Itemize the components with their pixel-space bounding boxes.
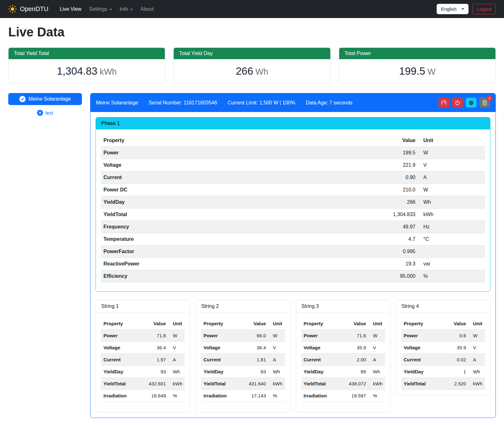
column-header-unit: Unit: [418, 134, 485, 147]
table-cell-property: Temperature: [101, 233, 380, 246]
nav-live-view[interactable]: Live View: [57, 4, 84, 15]
table-cell-value: 1: [445, 366, 469, 378]
logout-button[interactable]: Logout: [472, 4, 496, 14]
brand-label: OpenDTU: [20, 5, 48, 13]
table-cell-value: 71.6: [345, 330, 369, 342]
table-cell-unit: V: [469, 342, 485, 354]
navbar-right: English Logout: [437, 4, 496, 14]
table-cell-value: 2.00: [345, 354, 369, 366]
table-cell-value: 36.4: [145, 342, 168, 354]
string-card-body: Property Value Unit Power71.6WVoltage35.…: [296, 313, 390, 412]
table-cell-property: PowerFactor: [101, 246, 380, 258]
table-row: Voltage36.4V: [101, 342, 185, 354]
table-cell-property: ReactivePower: [101, 258, 380, 270]
table-cell-property: Current: [401, 354, 445, 366]
table-cell-value: 18.649: [145, 390, 168, 402]
summary-card-title: Total Yield Day: [174, 48, 330, 59]
table-cell-property: YieldTotal: [301, 378, 345, 390]
table-cell-property: YieldDay: [101, 366, 145, 378]
table-cell-value: 266: [380, 196, 418, 209]
table-cell-property: Power: [101, 330, 145, 342]
page-title: Live Data: [8, 25, 496, 39]
power-button[interactable]: [452, 98, 463, 108]
nav-info-label: Info: [120, 6, 128, 12]
table-cell-property: Voltage: [101, 159, 380, 171]
table-cell-property: Voltage: [401, 342, 445, 354]
table-cell-unit: [418, 246, 485, 258]
table-row: Voltage35.9V: [401, 342, 485, 354]
table-cell-value: 199.5: [380, 147, 418, 159]
table-cell-unit: %: [418, 270, 485, 283]
table-row: YieldDay266Wh: [101, 196, 485, 209]
table-cell-value: 18.597: [345, 390, 369, 402]
device-info-button[interactable]: [466, 98, 476, 108]
cpu-icon: [468, 100, 474, 106]
column-header-property: Property: [101, 318, 145, 330]
string-card-3: String 3 Property Value Unit: [296, 300, 390, 413]
summary-card-unit: Wh: [255, 67, 268, 77]
inverter-panel-body: Phase 1 Property Value Unit Power199.5WV…: [90, 112, 495, 418]
table-cell-unit: W: [369, 330, 385, 342]
string-card-title: String 2: [196, 300, 290, 313]
nav-settings[interactable]: Settings: [86, 4, 115, 15]
table-cell-property: Voltage: [101, 342, 145, 354]
table-row: Irradiation18.597%: [301, 390, 385, 402]
phase-table: Property Value Unit Power199.5WVoltage22…: [101, 134, 485, 283]
phase-card-body: Property Value Unit Power199.5WVoltage22…: [96, 129, 490, 291]
sidebar-item-test[interactable]: test: [8, 110, 82, 116]
column-header-unit: Unit: [469, 318, 485, 330]
table-cell-unit: V: [269, 342, 285, 354]
column-header-property: Property: [401, 318, 445, 330]
table-row: Current1.97A: [101, 354, 185, 366]
inverter-data-age: Data Age: 7 seconds: [306, 100, 352, 106]
brand[interactable]: OpenDTU: [8, 5, 48, 13]
main-container: Live Data Total Yield Total 1,304.83kWh …: [0, 25, 504, 427]
table-row: Current1.81A: [201, 354, 285, 366]
table-cell-property: YieldTotal: [101, 209, 380, 221]
limit-settings-button[interactable]: [439, 98, 449, 108]
table-cell-unit: A: [369, 354, 385, 366]
summary-card-body: 266Wh: [174, 59, 330, 83]
table-cell-property: YieldDay: [401, 366, 445, 378]
inverter-name: Meine Solaranlage: [96, 100, 138, 106]
inverter-panel: Meine Solaranlage Serial Number: 1161716…: [90, 93, 496, 418]
table-cell-unit: W: [168, 330, 185, 342]
string-table-body: Power71.6WVoltage35.9VCurrent2.00AYieldD…: [301, 330, 385, 402]
table-cell-value: 35.9: [345, 342, 369, 354]
nav-settings-label: Settings: [89, 6, 107, 12]
table-row: Frequency49.97Hz: [101, 221, 485, 233]
table-row: ReactivePower19.3var: [101, 258, 485, 270]
table-cell-value: 0.02: [445, 354, 469, 366]
nav-about[interactable]: About: [137, 4, 157, 15]
table-cell-value: 0.6: [445, 330, 469, 342]
column-header-property: Property: [101, 134, 380, 147]
table-cell-unit: °C: [418, 233, 485, 246]
summary-card-value: 199.5: [399, 65, 425, 77]
top-navbar: OpenDTU Live View Settings Info About En…: [0, 0, 504, 18]
table-cell-value: 431.640: [245, 378, 269, 390]
chevron-down-icon: [462, 8, 464, 10]
nav-info[interactable]: Info: [116, 4, 136, 15]
table-cell-unit: Wh: [369, 366, 385, 378]
language-select[interactable]: English: [437, 4, 469, 14]
table-cell-unit: V: [369, 342, 385, 354]
table-header-row: Property Value Unit: [201, 318, 285, 330]
table-row: Irradiation17.143%: [201, 390, 285, 402]
table-cell-property: Efficiency: [101, 270, 380, 283]
table-row: YieldDay83Wh: [201, 366, 285, 378]
sidebar-item-test-label: test: [45, 110, 53, 115]
table-cell-property: Frequency: [101, 221, 380, 233]
string-table: Property Value Unit Power71.8WVoltage36.…: [101, 318, 185, 402]
summary-cards-row: Total Yield Total 1,304.83kWh Total Yiel…: [8, 47, 496, 84]
table-cell-unit: kWh: [269, 378, 285, 390]
table-cell-value: 1,304.833: [380, 209, 418, 221]
table-cell-unit: kWh: [418, 209, 485, 221]
x-circle-icon: [37, 110, 43, 116]
table-cell-unit: kWh: [168, 378, 185, 390]
string-table-body: Power0.6WVoltage35.9VCurrent0.02AYieldDa…: [401, 330, 485, 390]
inverter-select-button[interactable]: Meine Solaranlage: [8, 93, 82, 105]
table-row: Power DC210.0W: [101, 184, 485, 196]
column-header-value: Value: [345, 318, 369, 330]
string-table: Property Value Unit Power0.6WVoltage35.9…: [401, 318, 485, 390]
event-log-button[interactable]: 2: [479, 98, 490, 108]
